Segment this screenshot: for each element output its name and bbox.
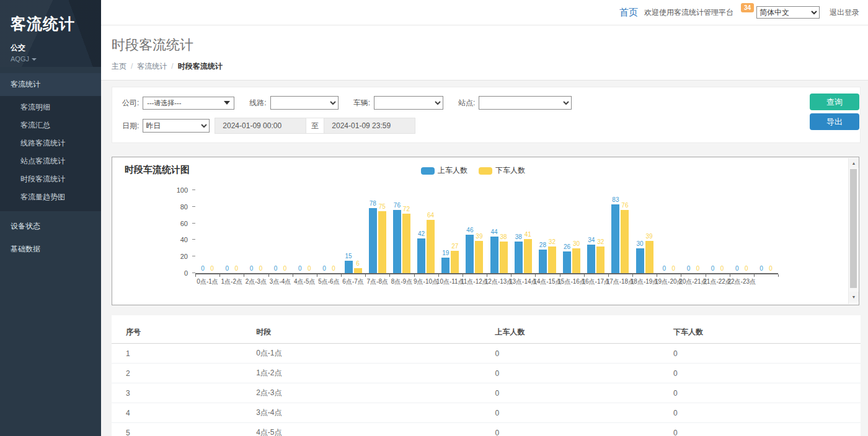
station-select[interactable] <box>479 96 572 110</box>
chevron-down-icon <box>32 58 37 61</box>
scroll-up-arrow-icon[interactable]: ▲ <box>849 158 859 168</box>
sidebar-subitem[interactable]: 客流明细 <box>0 98 101 116</box>
sidebar: 客流统计 公交 AQGJ 客流统计 客流明细客流汇总线路客流统计站点客流统计时段… <box>0 0 101 436</box>
sidebar-subitem[interactable]: 线路客流统计 <box>0 134 101 152</box>
y-axis-tick-label: 80 <box>161 203 188 211</box>
col-header-alighting: 下车人数 <box>673 322 861 344</box>
table-cell: 5 <box>112 423 256 436</box>
boarding-bar-7 <box>369 208 377 273</box>
y-axis-tick-label: 20 <box>161 253 188 260</box>
sidebar-item-device-status[interactable]: 设备状态 <box>0 215 101 238</box>
org-code-dropdown[interactable]: AQGJ <box>11 55 91 63</box>
x-axis-tick-mark <box>754 274 755 277</box>
breadcrumb: 主页/客流统计/时段客流统计 <box>112 61 856 72</box>
query-button[interactable]: 查询 <box>810 94 859 110</box>
home-link[interactable]: 首页 <box>619 7 638 19</box>
station-label: 站点: <box>458 98 475 108</box>
table-header-row: 序号 时段 上车人数 下车人数 <box>112 322 861 344</box>
table-cell: 0 <box>673 423 861 436</box>
sidebar-subitem[interactable]: 客流汇总 <box>0 116 101 134</box>
sidebar-item-base-data[interactable]: 基础数据 <box>0 238 101 261</box>
y-axis-tick-label: 100 <box>161 186 188 194</box>
topbar: 首页 欢迎使用客流统计管理平台 34 简体中文 退出登录 <box>101 0 868 25</box>
line-select[interactable] <box>270 96 339 110</box>
y-axis-tick-mark <box>192 239 195 240</box>
bar-value-label: 27 <box>445 243 465 250</box>
boarding-bar-10 <box>441 258 450 273</box>
table-cell: 0 <box>495 344 673 364</box>
date-to-input[interactable] <box>324 118 415 134</box>
y-axis-tick-mark <box>192 272 195 273</box>
table-row: 43点-4点00 <box>112 403 861 423</box>
org-name: 公交 <box>11 43 91 53</box>
col-header-period: 时段 <box>256 322 495 344</box>
bar-value-label: 32 <box>591 238 611 245</box>
table-cell: 0 <box>495 364 673 383</box>
x-axis-tick-mark <box>317 274 317 277</box>
alighting-bar-6 <box>354 268 362 273</box>
sidebar-submenu: 客流明细客流汇总线路客流统计站点客流统计时段客流统计客流量趋势图 <box>0 96 101 211</box>
bar-value-label: 6 <box>348 260 368 267</box>
x-axis-tick-mark <box>219 274 220 277</box>
sidebar-subitem[interactable]: 站点客流统计 <box>0 152 101 170</box>
app-logo: 客流统计 <box>11 14 91 34</box>
date-from-input[interactable] <box>215 118 306 134</box>
breadcrumb-section[interactable]: 客流统计 <box>137 62 167 71</box>
x-axis-tick-mark <box>730 274 730 277</box>
vehicle-select[interactable] <box>374 96 443 110</box>
table-cell: 0 <box>673 344 861 364</box>
table-cell: 2 <box>112 364 256 383</box>
table-row: 54点-5点00 <box>112 423 861 436</box>
filter-panel: 公司: ---请选择--- 线路: 车辆: 站点: 日期: <box>112 87 861 143</box>
x-axis-tick-mark <box>706 274 706 277</box>
company-select[interactable]: ---请选择--- <box>143 97 234 110</box>
x-axis-tick-mark <box>584 274 585 277</box>
date-preset-select[interactable]: 昨日 <box>143 119 210 133</box>
period-stats-table: 序号 时段 上车人数 下车人数 10点-1点0021点-2点0032点-3点00… <box>112 322 861 436</box>
bar-value-label: 0 <box>761 265 781 272</box>
y-axis-tick-label: 0 <box>161 269 188 277</box>
boarding-bar-9 <box>417 238 425 273</box>
bar-chart-plot: 020406080100000点-1点001点-2点002点-3点003点-4点… <box>195 191 778 274</box>
table-cell: 4 <box>112 403 256 423</box>
alighting-bar-8 <box>402 214 410 273</box>
vehicle-label: 车辆: <box>353 98 370 108</box>
table-cell: 0 <box>495 423 673 436</box>
boarding-bar-14 <box>539 250 547 273</box>
language-select[interactable]: 简体中文 <box>756 6 820 19</box>
chart-title: 时段车流统计图 <box>125 164 190 175</box>
legend-item[interactable]: 上车人数 <box>421 165 467 176</box>
table-cell: 0 <box>673 383 861 403</box>
x-axis-tick-mark <box>778 274 779 277</box>
export-button[interactable]: 导出 <box>810 113 859 130</box>
table-cell: 4点-5点 <box>256 423 495 436</box>
filter-row-2: 日期: 昨日 至 <box>122 118 850 134</box>
notification-badge[interactable]: 34 <box>741 3 754 12</box>
alighting-bar-18 <box>645 241 653 273</box>
breadcrumb-home[interactable]: 主页 <box>112 62 126 71</box>
boarding-bar-17 <box>611 204 619 273</box>
data-table-panel: 序号 时段 上车人数 下车人数 10点-1点0021点-2点0032点-3点00… <box>112 315 861 436</box>
welcome-text: 欢迎使用客流统计管理平台 <box>644 7 733 18</box>
x-axis-tick-mark <box>293 274 293 277</box>
sidebar-menu: 客流统计 客流明细客流汇总线路客流统计站点客流统计时段客流统计客流量趋势图 设备… <box>0 73 101 261</box>
y-axis-tick-label: 40 <box>161 236 188 243</box>
x-axis-tick-mark <box>632 274 633 277</box>
chart-scrollbar[interactable]: ▲ ▼ <box>848 158 858 304</box>
sidebar-subitem[interactable]: 客流量趋势图 <box>0 188 101 206</box>
logout-link[interactable]: 退出登录 <box>830 7 859 18</box>
table-cell: 0点-1点 <box>256 344 495 364</box>
x-axis-tick-mark <box>535 274 536 277</box>
legend-item[interactable]: 下车人数 <box>479 165 525 176</box>
x-axis-tick-mark <box>657 274 657 277</box>
x-axis-tick-mark <box>511 274 512 277</box>
alighting-bar-15 <box>572 248 580 273</box>
sidebar-subitem[interactable]: 时段客流统计 <box>0 170 101 188</box>
alighting-bar-7 <box>378 211 386 274</box>
table-row: 10点-1点00 <box>112 344 861 364</box>
scroll-down-arrow-icon[interactable]: ▼ <box>849 292 859 302</box>
x-axis-tick-mark <box>268 274 269 277</box>
main-area: 首页 欢迎使用客流统计管理平台 34 简体中文 退出登录 时段客流统计 主页/客… <box>101 0 868 436</box>
sidebar-item-passenger-stats[interactable]: 客流统计 <box>0 73 101 96</box>
scrollbar-thumb[interactable] <box>850 169 857 288</box>
